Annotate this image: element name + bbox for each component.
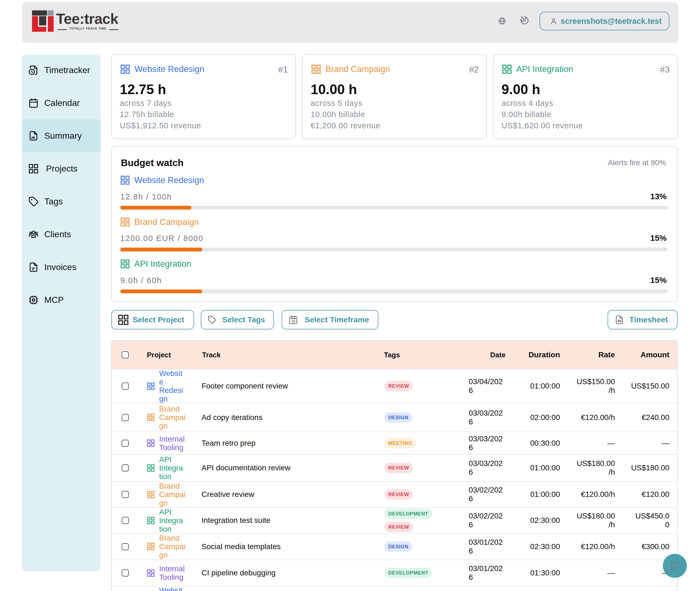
svg-text:19: 19 [291, 320, 295, 323]
svg-text:PDF: PDF [618, 320, 621, 322]
